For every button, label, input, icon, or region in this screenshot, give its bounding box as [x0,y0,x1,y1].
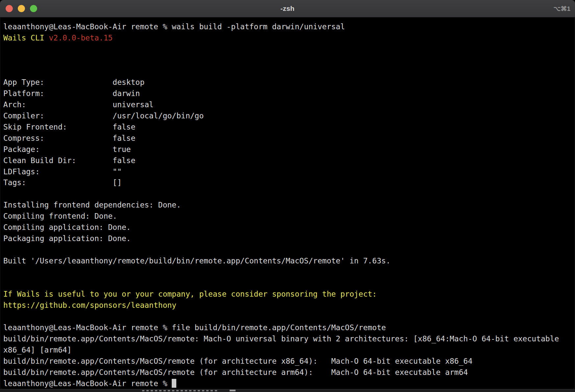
terminal-line: leaanthony@Leas-MacBook-Air remote % fil… [3,322,572,333]
terminal-text-segment: Tags: [] [3,178,122,187]
terminal-text-segment: Built '/Users/leaanthony/remote/build/bi… [3,257,390,265]
terminal-text-segment: build/bin/remote.app/Contents/MacOS/remo… [3,357,472,365]
titlebar[interactable]: -zsh ⌥⌘1 [0,0,575,17]
terminal-line: build/bin/remote.app/Contents/MacOS/remo… [3,367,572,378]
terminal-text-segment: Skip Frontend: false [3,123,136,131]
terminal-line: Arch: universal [3,99,572,110]
terminal-line: Installing frontend dependencies: Done. [3,200,572,211]
terminal-line [3,66,572,77]
terminal-line: Wails CLI v2.0.0-beta.15 [3,33,572,44]
terminal-text-segment: App Type: desktop [3,78,144,86]
terminal-text-segment: Package: true [3,145,131,154]
terminal-text-segment: Compiler: /usr/local/go/bin/go [3,111,204,120]
terminal-text-segment: Packaging application: Done. [3,234,131,243]
terminal-text-segment: Installing frontend dependencies: Done. [3,201,181,209]
window-title: -zsh [0,5,575,12]
terminal-line: leaanthony@Leas-MacBook-Air remote % wai… [3,21,572,33]
terminal-text-segment: If Wails is useful to you or your compan… [3,290,377,298]
terminal-text-segment: LDFlags: "" [3,167,122,176]
terminal-line [3,44,572,55]
terminal-output[interactable]: leaanthony@Leas-MacBook-Air remote % wai… [0,17,575,389]
terminal-line [3,311,572,322]
terminal-line: Packaging application: Done. [3,233,572,244]
terminal-line [3,244,572,256]
terminal-text-segment: build/bin/remote.app/Contents/MacOS/remo… [3,334,559,343]
terminal-line: LDFlags: "" [3,166,572,178]
terminal-text-segment: Arch: universal [3,100,154,109]
terminal-line: Package: true [3,144,572,155]
terminal-line: Built '/Users/leaanthony/remote/build/bi… [3,256,572,267]
terminal-line: Compiling frontend: Done. [3,211,572,222]
terminal-text-segment: Clean Build Dir: false [3,156,136,165]
terminal-text-segment: x86_64] [arm64] [3,346,72,354]
terminal-line: Compiling application: Done. [3,222,572,233]
terminal-line: Compiler: /usr/local/go/bin/go [3,110,572,122]
terminal-text-segment: leaanthony@Leas-MacBook-Air remote % wai… [3,22,345,31]
terminal-text-segment: Compress: false [3,134,136,142]
terminal-line: https://github.com/sponsors/leaanthony [3,300,572,311]
minimize-button[interactable] [18,5,25,12]
terminal-window: -zsh ⌥⌘1 leaanthony@Leas-MacBook-Air rem… [0,0,575,390]
terminal-line: x86_64] [arm64] [3,345,572,356]
terminal-line: build/bin/remote.app/Contents/MacOS/remo… [3,333,572,345]
terminal-text-segment: Compiling application: Done. [3,223,131,232]
terminal-line: leaanthony@Leas-MacBook-Air remote % [3,378,572,389]
background-window-sliver [0,389,575,392]
zoom-button[interactable] [30,5,37,12]
close-button[interactable] [6,5,13,12]
terminal-text-segment: v2.0.0-beta.15 [49,34,113,42]
terminal-text-segment: https://github.com/sponsors/leaanthony [3,301,176,309]
terminal-cursor [172,379,176,388]
terminal-text-segment: Wails CLI [3,34,49,42]
terminal-line [3,267,572,278]
background-window-text-blur [230,390,236,391]
window-shortcut-badge: ⌥⌘1 [554,5,575,12]
terminal-line [3,188,572,200]
terminal-line: Platform: darwin [3,88,572,99]
terminal-line: If Wails is useful to you or your compan… [3,289,572,300]
terminal-line [3,278,572,289]
terminal-text-segment: leaanthony@Leas-MacBook-Air remote % fil… [3,323,386,332]
terminal-line: Skip Frontend: false [3,122,572,133]
terminal-line: App Type: desktop [3,77,572,88]
terminal-text-segment: Platform: darwin [3,89,140,98]
terminal-line [3,55,572,66]
terminal-text-segment: Compiling frontend: Done. [3,212,117,220]
background-window-text-blur [142,390,218,391]
terminal-line: Tags: [] [3,177,572,188]
terminal-line: Clean Build Dir: false [3,155,572,166]
traffic-lights [0,5,37,12]
terminal-text-segment: build/bin/remote.app/Contents/MacOS/remo… [3,368,468,377]
terminal-text-segment: leaanthony@Leas-MacBook-Air remote % [3,379,172,388]
terminal-line: build/bin/remote.app/Contents/MacOS/remo… [3,356,572,367]
terminal-line: Compress: false [3,133,572,144]
